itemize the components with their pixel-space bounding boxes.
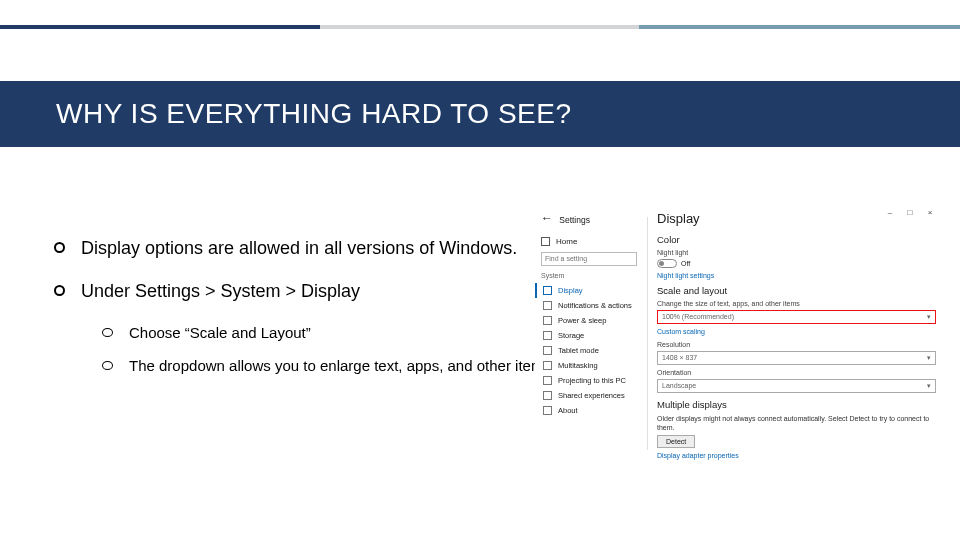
projecting-icon [543,376,552,385]
resolution-value: 1408 × 837 [662,352,697,364]
tablet-icon [543,346,552,355]
resolution-dropdown[interactable]: 1408 × 837 ▾ [657,351,936,365]
multiple-displays-text: Older displays might not always connect … [657,414,936,432]
sidebar-item-power[interactable]: Power & sleep [541,313,637,328]
home-icon [541,237,550,246]
bullet-ring-icon [54,285,65,296]
title-band: WHY IS EVERYTHING HARD TO SEE? [0,81,960,147]
nav-label: Power & sleep [558,316,606,325]
nightlight-settings-link[interactable]: Night light settings [657,272,936,279]
nav-label: Projecting to this PC [558,376,626,385]
page-title: Display [657,211,936,226]
scale-value: 100% (Recommended) [662,311,734,323]
nav-list: Display Notifications & actions Power & … [541,283,637,418]
nav-label: Tablet mode [558,346,599,355]
settings-screenshot: – □ × ← Settings Home Find a setting Sys… [535,205,940,450]
sidebar-item-storage[interactable]: Storage [541,328,637,343]
section-scale: Scale and layout [657,285,936,296]
scale-label: Change the size of text, apps, and other… [657,300,936,307]
nightlight-toggle[interactable]: Off [657,259,936,268]
scale-dropdown[interactable]: 100% (Recommended) ▾ [657,310,936,324]
nav-label: Notifications & actions [558,301,632,310]
bullet-ring-icon [102,361,113,370]
section-color: Color [657,234,936,245]
nav-label: Storage [558,331,584,340]
sidebar-item-display[interactable]: Display [541,283,637,298]
accent-segment-navy [0,25,320,29]
notifications-icon [543,301,552,310]
power-icon [543,316,552,325]
bullet-text: Under Settings > System > Display [81,281,360,302]
storage-icon [543,331,552,340]
sidebar-item-projecting[interactable]: Projecting to this PC [541,373,637,388]
nav-label: Multitasking [558,361,598,370]
bullet-text: Choose “Scale and Layout” [129,324,311,341]
sidebar-item-tablet[interactable]: Tablet mode [541,343,637,358]
nav-label: About [558,406,578,415]
slide-title: WHY IS EVERYTHING HARD TO SEE? [56,98,572,130]
back-arrow-icon[interactable]: ← [541,211,553,225]
orientation-value: Landscape [662,380,696,392]
settings-sidebar: ← Settings Home Find a setting System Di… [535,207,643,422]
sidebar-item-multitasking[interactable]: Multitasking [541,358,637,373]
multitasking-icon [543,361,552,370]
bullet-text: Display options are allowed in all versi… [81,238,517,259]
search-input[interactable]: Find a setting [541,252,637,266]
divider [647,217,648,450]
sidebar-item-shared[interactable]: Shared experiences [541,388,637,403]
home-label: Home [556,237,577,246]
section-multiple: Multiple displays [657,399,936,410]
window-title: Settings [559,215,590,225]
accent-segment-teal [639,25,960,29]
toggle-state: Off [681,260,690,267]
about-icon [543,406,552,415]
nav-label: Display [558,286,583,295]
sidebar-item-notifications[interactable]: Notifications & actions [541,298,637,313]
orientation-dropdown[interactable]: Landscape ▾ [657,379,936,393]
detect-button[interactable]: Detect [657,435,695,448]
toggle-pill-icon [657,259,677,268]
resolution-label: Resolution [657,341,936,348]
sidebar-item-about[interactable]: About [541,403,637,418]
custom-scaling-link[interactable]: Custom scaling [657,328,936,335]
chevron-down-icon: ▾ [927,352,931,364]
chevron-down-icon: ▾ [927,311,931,323]
bullet-ring-icon [102,328,113,337]
bullet-ring-icon [54,242,65,253]
category-label: System [541,272,637,279]
bullet-text: The dropdown allows you to enlarge text,… [129,357,555,374]
top-accent-bar [0,25,960,29]
nav-label: Shared experiences [558,391,625,400]
settings-main: Display Color Night light Off Night ligh… [657,207,936,465]
adapter-properties-link[interactable]: Display adapter properties [657,452,936,459]
chevron-down-icon: ▾ [927,380,931,392]
display-icon [543,286,552,295]
nightlight-label: Night light [657,249,936,256]
home-link[interactable]: Home [541,237,637,246]
accent-segment-gray [320,25,640,29]
shared-icon [543,391,552,400]
orientation-label: Orientation [657,369,936,376]
